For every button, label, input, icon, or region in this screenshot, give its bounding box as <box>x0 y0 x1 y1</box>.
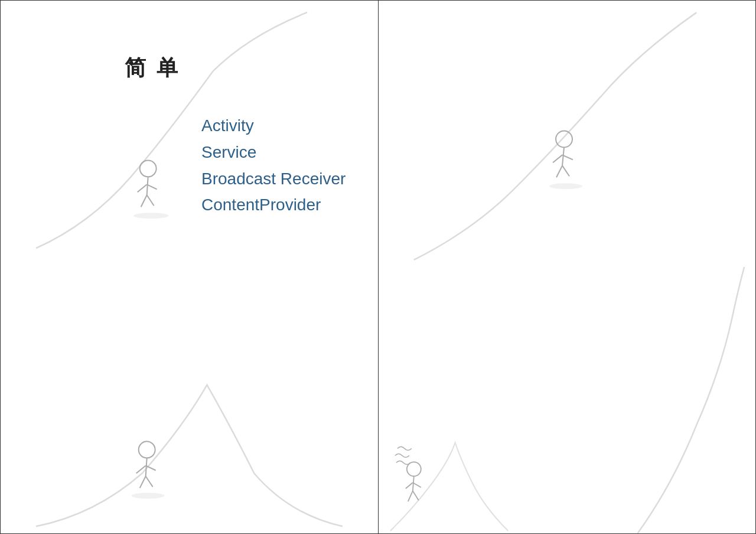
svg-line-19 <box>146 476 153 487</box>
svg-line-17 <box>146 465 156 470</box>
svg-line-1 <box>147 177 148 195</box>
cell1-label: 简 单 <box>125 54 180 83</box>
svg-line-10 <box>562 155 573 159</box>
svg-line-15 <box>146 458 147 476</box>
svg-line-18 <box>140 476 146 488</box>
svg-point-0 <box>140 160 157 177</box>
svg-line-5 <box>147 195 154 206</box>
svg-point-20 <box>132 493 165 499</box>
svg-line-2 <box>138 184 147 192</box>
svg-line-24 <box>413 483 421 487</box>
list-item: Activity <box>201 113 346 139</box>
svg-point-13 <box>549 183 582 189</box>
main-grid: 简 单 Activity Service Broadcast Receiver … <box>0 0 756 534</box>
list-item: Broadcast Receiver <box>201 166 346 193</box>
cell-almost: 快熬出头了 哈哈哈 MVC MVP Binder okhttp glide gs… <box>0 267 378 534</box>
cell-complex: ？ ？ ？ Android 6,7,8,9,10 适配 插件化 热修复 组件化 … <box>378 267 756 534</box>
svg-line-22 <box>413 476 414 491</box>
svg-line-26 <box>413 491 419 500</box>
cell-simple: 简 单 Activity Service Broadcast Receiver … <box>0 0 378 267</box>
svg-line-25 <box>408 491 413 502</box>
svg-line-23 <box>406 483 413 489</box>
svg-point-21 <box>407 462 421 476</box>
svg-line-12 <box>562 165 569 176</box>
list-item: ContentProvider <box>201 192 346 219</box>
svg-line-3 <box>147 184 157 189</box>
svg-line-9 <box>553 155 562 162</box>
svg-point-14 <box>139 441 155 458</box>
svg-point-7 <box>556 131 572 148</box>
svg-line-11 <box>556 165 562 177</box>
cell-happy: 美 滋 滋 ViewPager Fragment RecyclerView Te… <box>378 0 756 267</box>
list-item: Service <box>201 139 346 166</box>
svg-point-6 <box>133 213 169 219</box>
svg-line-16 <box>136 465 146 473</box>
cell1-tech-list: Activity Service Broadcast Receiver Cont… <box>201 113 346 219</box>
svg-line-4 <box>141 195 147 207</box>
svg-line-8 <box>562 147 564 165</box>
